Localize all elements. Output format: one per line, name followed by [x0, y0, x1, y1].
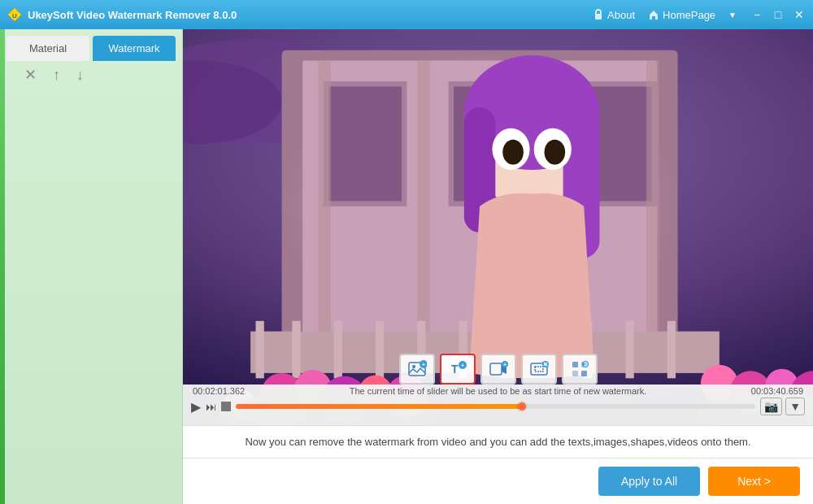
sidebar-content-area [0, 89, 182, 504]
homepage-nav-item[interactable]: HomePage [648, 9, 715, 21]
left-edge-decoration [0, 29, 5, 504]
sidebar: Material Watermark ✕ ↑ ↓ [0, 29, 183, 504]
move-down-button[interactable]: ↓ [76, 66, 84, 84]
video-watermark-icon: + [489, 359, 508, 379]
progress-fill [236, 404, 522, 409]
tab-material[interactable]: Material [7, 36, 89, 61]
time-hint-text: The current time of slider will be used … [245, 386, 751, 396]
snapshot-dropdown[interactable]: ▼ [785, 398, 805, 415]
svg-text:T: T [451, 363, 459, 376]
minimize-button[interactable]: − [750, 7, 764, 22]
video-section: + T + [183, 29, 813, 425]
svg-text:+: + [502, 362, 506, 367]
svg-point-54 [412, 365, 415, 368]
current-time: 00:02:01.362 [193, 386, 245, 396]
next-button[interactable]: Next > [708, 467, 800, 496]
remove-watermark-icon [529, 359, 549, 379]
svg-rect-20 [292, 321, 300, 378]
stop-button[interactable] [221, 402, 231, 411]
title-bar: U UkeySoft Video Watermark Remover 8.0.0… [0, 0, 813, 29]
window-controls: − □ ✕ [750, 7, 806, 22]
total-time: 00:03:40.659 [751, 386, 803, 396]
svg-rect-15 [417, 60, 429, 341]
playback-controls: ▶ ⏭ 📷 ▼ [183, 398, 813, 415]
delete-item-button[interactable]: ✕ [24, 66, 37, 84]
close-button[interactable]: ✕ [792, 7, 806, 22]
about-nav-item[interactable]: About [593, 9, 635, 21]
tab-watermark[interactable]: Watermark [93, 36, 176, 61]
svg-text:+: + [421, 362, 424, 367]
remove-watermark-button[interactable] [521, 354, 557, 385]
move-up-button[interactable]: ↑ [53, 66, 60, 84]
tab-actions: ✕ ↑ ↓ [0, 61, 182, 89]
svg-rect-21 [334, 321, 342, 378]
svg-text:+: + [460, 363, 463, 368]
progress-thumb [518, 402, 526, 411]
video-watermark-button[interactable]: + [480, 354, 516, 385]
time-bar: 00:02:01.362 The current time of slider … [183, 385, 813, 425]
svg-point-36 [502, 140, 524, 165]
svg-rect-22 [376, 321, 384, 378]
svg-rect-14 [318, 60, 330, 341]
svg-rect-70 [572, 362, 578, 367]
step-frame-button[interactable]: ⏭ [206, 401, 216, 413]
svg-rect-29 [667, 321, 676, 378]
text-watermark-button[interactable]: T + [440, 354, 476, 385]
svg-rect-28 [625, 321, 633, 378]
svg-rect-60 [490, 363, 502, 375]
svg-rect-73 [581, 371, 587, 376]
mosaic-button[interactable] [562, 354, 598, 385]
svg-rect-72 [572, 371, 578, 376]
tabs-area: Material Watermark [0, 29, 182, 61]
snapshot-button[interactable]: 📷 [760, 398, 782, 415]
svg-rect-17 [646, 60, 659, 341]
home-icon [648, 9, 659, 20]
svg-rect-64 [535, 367, 543, 371]
svg-rect-11 [328, 86, 402, 201]
maximize-button[interactable]: □ [771, 7, 785, 22]
app-title: UkeySoft Video Watermark Remover 8.0.0 [28, 9, 593, 21]
info-bar: Now you can remove the watermark from vi… [183, 425, 813, 458]
svg-point-37 [545, 140, 566, 165]
info-message: Now you can remove the watermark from vi… [245, 436, 750, 448]
apply-to-all-button[interactable]: Apply to All [598, 467, 700, 496]
main-layout: Material Watermark ✕ ↑ ↓ [0, 29, 813, 504]
svg-rect-2 [595, 14, 602, 20]
content-area: + T + [183, 29, 813, 504]
video-frame: + T + [183, 29, 813, 425]
svg-rect-19 [256, 321, 264, 378]
svg-text:U: U [12, 12, 17, 20]
watermark-toolbar: + T + [399, 354, 598, 385]
play-button[interactable]: ▶ [191, 399, 201, 415]
dropdown-arrow[interactable]: ▼ [728, 11, 737, 20]
homepage-label: HomePage [663, 9, 715, 21]
image-watermark-icon: + [407, 359, 427, 379]
lock-icon [593, 9, 604, 20]
mosaic-icon [570, 359, 589, 379]
progress-bar[interactable] [236, 404, 755, 409]
app-logo: U [7, 7, 23, 23]
bottom-bar: Apply to All Next > [183, 458, 813, 504]
image-watermark-button[interactable]: + [399, 354, 435, 385]
time-info-row: 00:02:01.362 The current time of slider … [183, 385, 813, 398]
text-watermark-icon: T + [448, 359, 467, 379]
about-label: About [607, 9, 635, 21]
title-nav: About HomePage ▼ [593, 9, 737, 21]
